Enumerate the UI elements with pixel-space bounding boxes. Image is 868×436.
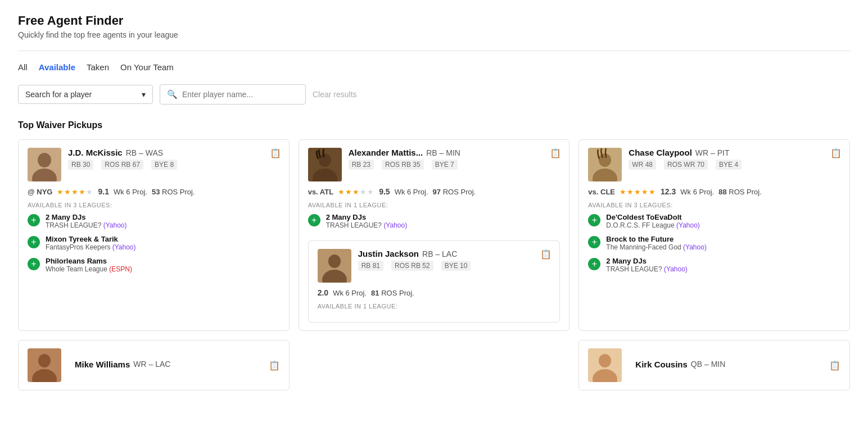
matchup: @ NYG [28,188,52,196]
league-link-yahoo[interactable]: (Yahoo) [664,265,688,273]
stat-ros: ROS RB 35 [382,160,424,170]
league-link-yahoo[interactable]: (Yahoo) [683,243,707,251]
wk-proj: 12.3 [661,187,676,196]
top-waiver-grid: J.D. McKissic RB – WAS RB 30 ROS RB 67 B… [18,139,850,331]
league-name: 2 Many DJs [606,257,688,265]
add-to-league-btn-0[interactable]: + [308,214,320,226]
player-card-kirk-cousins-partial: Kirk Cousins QB – MIN 📋 [578,340,850,390]
avatar-jd-mckissic [28,148,61,181]
report-icon[interactable]: 📋 [269,360,280,371]
add-to-league-btn-0[interactable]: + [588,214,600,226]
tab-on-your-team[interactable]: On Your Team [120,61,174,73]
league-item-2: + Philorleans Rams Whole Team League (ES… [28,257,280,273]
league-link-yahoo[interactable]: (Yahoo) [112,243,136,251]
tab-taken[interactable]: Taken [87,61,109,73]
add-to-league-btn-1[interactable]: + [588,236,600,248]
add-to-league-btn-0[interactable]: + [28,214,40,226]
clear-results-button[interactable]: Clear results [313,90,357,99]
report-icon[interactable]: 📋 [550,148,561,158]
league-name: De'Coldest ToEvaDolt [606,213,700,221]
league-sub: Whole Team League (ESPN) [46,265,132,273]
svg-point-11 [599,153,611,167]
avatar-mike-williams [28,348,61,382]
league-name: Mixon Tyreek & Tarik [46,235,136,243]
league-link-yahoo[interactable]: (Yahoo) [383,221,407,229]
player-name: Mike Williams [75,360,130,369]
nested-card-justin-jackson: Justin Jackson RB – LAC RB 81 ROS RB 52 … [308,240,560,323]
stat-ros: ROS RB 52 [391,261,433,271]
section-title-top-waiver: Top Waiver Pickups [18,120,850,130]
player-name-search-wrap: 🔍 [160,84,306,105]
league-sub: TRASH LEAGUE? (Yahoo) [326,221,408,229]
player-name: J.D. McKissic [68,148,123,157]
wk-proj: 9.5 [379,187,390,196]
player-name-input[interactable] [182,90,299,99]
wk-proj: 2.0 [318,288,328,297]
stat-bye: BYE 7 [432,160,458,170]
player-select-dropdown[interactable]: Search for a player ▾ [18,85,153,104]
report-icon[interactable]: 📋 [540,249,551,260]
report-icon[interactable]: 📋 [830,148,842,158]
header-divider [18,51,850,51]
player-select-input[interactable]: Search for a player [25,90,142,99]
player-name: Kirk Cousins [635,360,688,369]
stat-bye: BYE 10 [441,261,471,271]
stars: ★★★★★ [338,188,374,196]
stat-bye: BYE 4 [716,160,742,170]
player-name-row: Kirk Cousins QB – MIN [635,360,725,369]
chevron-down-icon: ▾ [142,90,146,99]
stat-rb: RB 81 [358,261,383,271]
wk-label: Wk 6 Proj. [680,188,714,196]
card-proj-row: vs. ATL ★★★★★ 9.5 Wk 6 Proj. 97 ROS Proj… [308,187,560,196]
player-name: Alexander Mattis... [349,148,423,157]
league-name: Brock to the Future [606,235,707,243]
player-info-partial: Kirk Cousins QB – MIN [635,360,725,371]
report-icon[interactable]: 📋 [270,148,281,158]
card-proj-row: vs. CLE ★★★★★ 12.3 Wk 6 Proj. 88 ROS Pro… [588,187,840,196]
add-to-league-btn-2[interactable]: + [588,258,600,270]
avatar-chase-claypool [588,148,622,181]
available-label: AVAILABLE IN 3 LEAGUES: [588,202,840,208]
tab-all[interactable]: All [18,61,28,73]
league-details: De'Coldest ToEvaDolt D.O.R.C.S. FF Leagu… [606,213,700,229]
avatar-kirk-cousins [588,348,622,382]
league-details: 2 Many DJs TRASH LEAGUE? (Yahoo) [326,213,408,229]
page-header: Free Agent Finder Quickly find the top f… [18,13,850,39]
add-to-league-btn-2[interactable]: + [28,258,40,270]
ros-proj: 53 ROS Proj. [152,188,195,196]
matchup: vs. ATL [308,188,334,196]
svg-point-17 [599,354,611,367]
league-sub: The Manning-Faced God (Yahoo) [606,243,707,251]
league-item-0: + 2 Many DJs TRASH LEAGUE? (Yahoo) [28,213,280,229]
league-item-0: + 2 Many DJs TRASH LEAGUE? (Yahoo) [308,213,560,229]
player-name-row: Mike Williams WR – LAC [75,360,170,369]
avatar-alexander-mattis [308,148,342,181]
league-item-0: + De'Coldest ToEvaDolt D.O.R.C.S. FF Lea… [588,213,840,229]
add-to-league-btn-1[interactable]: + [28,236,40,248]
player-info: J.D. McKissic RB – WAS RB 30 ROS RB 67 B… [68,148,280,170]
tab-available[interactable]: Available [39,61,75,73]
card-proj-row: @ NYG ★★★★★ 9.1 Wk 6 Proj. 53 ROS Proj. [28,187,280,196]
league-sub: FantasyPros Keepers (Yahoo) [46,243,136,251]
svg-point-14 [38,354,51,367]
ros-proj: 88 ROS Proj. [718,188,762,196]
league-link-yahoo[interactable]: (Yahoo) [103,221,127,229]
league-link-yahoo[interactable]: (Yahoo) [676,221,700,229]
league-sub: D.O.R.C.S. FF League (Yahoo) [606,221,700,229]
card-header: Justin Jackson RB – LAC RB 81 ROS RB 52 … [318,249,551,283]
player-name-row: Alexander Mattis... RB – MIN [349,148,560,157]
player-info: Justin Jackson RB – LAC RB 81 ROS RB 52 … [358,249,551,271]
league-details: Brock to the Future The Manning-Faced Go… [606,235,707,251]
league-details: 2 Many DJs TRASH LEAGUE? (Yahoo) [606,257,688,273]
ros-proj: 97 ROS Proj. [433,188,476,196]
player-stats-row: RB 30 ROS RB 67 BYE 8 [68,160,280,170]
player-pos-team: WR – LAC [133,360,170,369]
league-link-espn[interactable]: (ESPN) [109,265,132,273]
ros-proj: 81 ROS Proj. [371,289,414,297]
report-icon[interactable]: 📋 [829,360,840,371]
search-row: Search for a player ▾ 🔍 Clear results [18,84,850,105]
player-pos-team: RB – WAS [126,148,163,157]
card-header: Chase Claypool WR – PIT WR 48 ROS WR 70 … [588,148,840,181]
league-item-1: + Brock to the Future The Manning-Faced … [588,235,840,251]
available-label: AVAILABLE IN 1 LEAGUE: [308,202,560,208]
